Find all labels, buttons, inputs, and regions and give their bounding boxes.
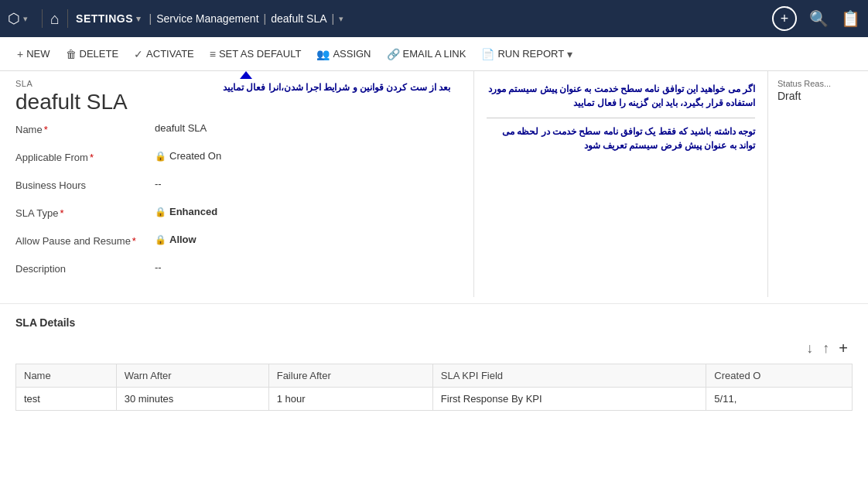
lock-icon-pause: 🔒 <box>155 234 166 245</box>
tooltip-arrow <box>240 71 252 79</box>
status-panel: Status Reas... Draft <box>767 71 868 297</box>
cell-warn-after: 30 minutes <box>116 388 268 411</box>
activate-button[interactable]: ✓ ACTIVATE <box>126 37 202 71</box>
email-label: EMAIL A LINK <box>403 48 466 60</box>
table-header-row: Name Warn After Failure After SLA KPI Fi… <box>16 364 853 388</box>
breadcrumb-sla-name[interactable]: deafult SLA <box>271 12 326 25</box>
form-section: SLA deafult SLA Name* deafult SLA Applic… <box>0 71 473 297</box>
home-icon[interactable]: ⌂ <box>50 10 60 28</box>
settings-label: SETTINGS <box>76 12 133 25</box>
logo-chevron-icon[interactable]: ▾ <box>23 14 28 24</box>
business-hours-value: -- <box>155 178 162 190</box>
delete-icon: 🗑 <box>66 48 77 60</box>
assign-icon: 👥 <box>316 48 330 60</box>
add-button[interactable]: + <box>772 6 797 31</box>
search-icon[interactable]: 🔍 <box>809 9 829 28</box>
new-icon: + <box>17 48 23 60</box>
settings-menu[interactable]: SETTINGS ▾ <box>76 12 142 25</box>
cell-failure-after: 1 hour <box>268 388 432 411</box>
allow-pause-value: 🔒 Allow <box>155 234 196 245</box>
set-default-label: SET AS DEFAULT <box>219 48 301 60</box>
run-report-chevron-icon: ▾ <box>567 48 572 60</box>
sla-type-field-row: SLA Type* 🔒 Enhanced <box>15 206 458 227</box>
description-field-row: Description -- <box>15 261 458 283</box>
table-row[interactable]: test 30 minutes 1 hour First Response By… <box>16 388 853 411</box>
notification-text-2: توجه داشته باشید که فقط یک توافق نامه سط… <box>487 125 755 152</box>
col-header-warn: Warn After <box>116 364 268 388</box>
name-field-row: Name* deafult SLA <box>15 122 458 144</box>
business-hours-label: Business Hours <box>15 178 155 191</box>
sort-up-button[interactable]: ↑ <box>821 338 831 359</box>
set-default-button[interactable]: ≡ SET AS DEFAULT <box>202 37 309 71</box>
logo-icon[interactable]: ⬡ <box>8 10 20 27</box>
description-label: Description <box>15 261 155 275</box>
activate-label: ACTIVATE <box>146 48 194 60</box>
email-link-button[interactable]: 🔗 EMAIL A LINK <box>379 37 474 71</box>
allow-pause-field-row: Allow Pause and Resume* 🔒 Allow <box>15 234 458 255</box>
business-hours-field-row: Business Hours -- <box>15 178 458 200</box>
nav-right-icons: + 🔍 📋 <box>772 6 860 31</box>
lock-icon-sla-type: 🔒 <box>155 207 166 217</box>
cell-kpi-field: First Response By KPI <box>432 388 706 411</box>
delete-button[interactable]: 🗑 DELETE <box>58 37 127 71</box>
report-icon[interactable]: 📋 <box>841 9 860 28</box>
add-row-button[interactable]: + <box>837 338 849 359</box>
col-header-name: Name <box>16 364 117 388</box>
set-default-icon: ≡ <box>210 48 216 60</box>
sort-down-button[interactable]: ↓ <box>805 338 815 359</box>
table-toolbar: ↓ ↑ + <box>15 338 853 359</box>
assign-button[interactable]: 👥 ASSIGN <box>309 37 378 71</box>
cell-created-on: 5/11, <box>706 388 853 411</box>
header-area: SLA deafult SLA Name* deafult SLA Applic… <box>0 71 868 297</box>
status-value: Draft <box>777 90 859 102</box>
status-label: Status Reas... <box>777 79 859 88</box>
col-header-created: Created O <box>706 364 853 388</box>
nav-divider-1 <box>42 9 43 28</box>
run-report-icon: 📄 <box>481 48 494 60</box>
lock-icon-applicable: 🔒 <box>155 151 166 162</box>
cell-name: test <box>16 388 117 411</box>
applicable-from-field-row: Applicable From* 🔒 Created On <box>15 150 458 172</box>
breadcrumb: | Service Management | deafult SLA | ▾ <box>149 12 344 25</box>
tooltip-text: بعد از ست کردن قوانین و شرایط اجرا شدن،ا… <box>217 79 456 96</box>
sla-type-label: SLA Type* <box>15 206 155 219</box>
name-label: Name* <box>15 122 155 135</box>
top-navigation: ⬡ ▾ ⌂ SETTINGS ▾ | Service Management | … <box>0 0 868 37</box>
col-header-kpi: SLA KPI Field <box>432 364 706 388</box>
sla-type-value: 🔒 Enhanced <box>155 206 217 217</box>
sla-table: Name Warn After Failure After SLA KPI Fi… <box>15 364 853 411</box>
sla-details-section: SLA Details ↓ ↑ + Name Warn After Failur… <box>0 303 868 411</box>
applicable-from-label: Applicable From* <box>15 150 155 163</box>
main-content: SLA deafult SLA Name* deafult SLA Applic… <box>0 71 868 492</box>
run-report-label: RUN REPORT <box>497 48 564 60</box>
settings-chevron-icon: ▾ <box>136 14 142 24</box>
sla-details-title: SLA Details <box>15 316 853 329</box>
new-button[interactable]: + NEW <box>9 37 58 71</box>
action-toolbar: + NEW 🗑 DELETE ✓ ACTIVATE ≡ SET AS DEFAU… <box>0 37 868 71</box>
run-report-button[interactable]: 📄 RUN REPORT ▾ <box>473 37 580 71</box>
allow-pause-label: Allow Pause and Resume* <box>15 234 155 247</box>
tooltip-container: بعد از ست کردن قوانین و شرایط اجرا شدن،ا… <box>217 71 456 96</box>
notification-divider <box>487 118 755 118</box>
delete-label: DELETE <box>80 48 119 60</box>
breadcrumb-service-management[interactable]: Service Management <box>156 12 258 25</box>
nav-divider-2 <box>67 9 68 28</box>
description-value: -- <box>155 261 162 273</box>
notification-panel: اگر می خواهید این توافق نامه سطح خدمت به… <box>473 71 767 297</box>
name-value: deafult SLA <box>155 122 207 134</box>
assign-label: ASSIGN <box>333 48 371 60</box>
activate-icon: ✓ <box>134 48 143 60</box>
applicable-from-value: 🔒 Created On <box>155 150 221 162</box>
new-label: NEW <box>26 48 50 60</box>
col-header-failure: Failure After <box>268 364 432 388</box>
sla-chevron-icon[interactable]: ▾ <box>339 14 343 24</box>
notification-text-1: اگر می خواهید این توافق نامه سطح خدمت به… <box>487 82 755 110</box>
email-icon: 🔗 <box>387 48 400 60</box>
